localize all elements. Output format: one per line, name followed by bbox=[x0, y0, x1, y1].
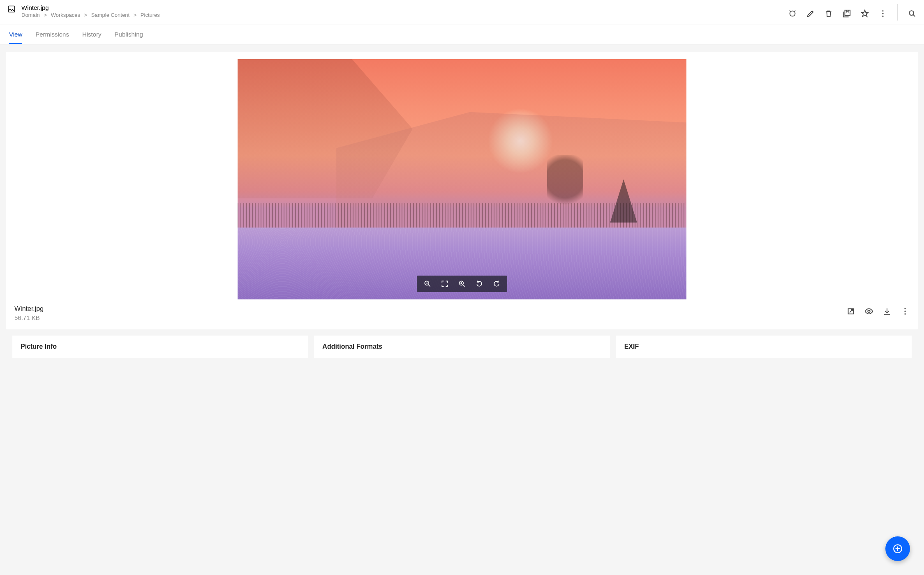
title-block: Winter.jpg Domain > Workspaces > Sample … bbox=[21, 4, 160, 18]
breadcrumb-sep: > bbox=[44, 12, 47, 18]
file-name: Winter.jpg bbox=[14, 305, 44, 313]
breadcrumb-item[interactable]: Pictures bbox=[141, 12, 160, 18]
info-panels: Picture Info Additional Formats EXIF bbox=[6, 329, 918, 364]
rotate-left-icon[interactable] bbox=[475, 280, 483, 288]
file-actions bbox=[846, 305, 910, 316]
tab-history[interactable]: History bbox=[82, 25, 102, 44]
svg-point-3 bbox=[882, 10, 883, 12]
file-meta-text: Winter.jpg 56.71 KB bbox=[14, 305, 44, 321]
svg-point-1 bbox=[790, 11, 795, 16]
breadcrumb-item[interactable]: Domain bbox=[21, 12, 40, 18]
zoom-in-icon[interactable] bbox=[458, 280, 466, 288]
breadcrumb-item[interactable]: Sample Content bbox=[91, 12, 129, 18]
panel-exif: EXIF bbox=[616, 336, 912, 358]
panel-additional-formats: Additional Formats bbox=[314, 336, 610, 358]
rotate-right-icon[interactable] bbox=[492, 280, 501, 288]
alarm-icon[interactable] bbox=[788, 9, 797, 18]
svg-point-13 bbox=[904, 313, 906, 315]
panel-title: Additional Formats bbox=[322, 343, 601, 350]
svg-rect-2 bbox=[845, 10, 850, 16]
fullscreen-icon[interactable] bbox=[441, 280, 449, 288]
viewer-controls bbox=[417, 276, 507, 292]
edit-icon[interactable] bbox=[806, 9, 815, 18]
page-title: Winter.jpg bbox=[21, 4, 160, 11]
svg-point-6 bbox=[909, 11, 914, 15]
star-icon[interactable] bbox=[860, 9, 869, 18]
page-header: Winter.jpg Domain > Workspaces > Sample … bbox=[0, 0, 924, 25]
header-actions bbox=[788, 4, 917, 21]
file-size: 56.71 KB bbox=[14, 314, 44, 321]
tab-permissions[interactable]: Permissions bbox=[35, 25, 69, 44]
download-icon[interactable] bbox=[882, 307, 892, 316]
svg-point-12 bbox=[904, 310, 906, 312]
svg-rect-0 bbox=[9, 6, 15, 12]
breadcrumb-sep: > bbox=[134, 12, 137, 18]
svg-point-5 bbox=[882, 16, 883, 17]
tab-view[interactable]: View bbox=[9, 25, 22, 44]
more-vert-icon[interactable] bbox=[878, 9, 887, 18]
zoom-out-icon[interactable] bbox=[423, 280, 432, 288]
open-in-new-icon[interactable] bbox=[846, 307, 855, 316]
image-file-icon bbox=[7, 5, 16, 13]
main-content: Winter.jpg 56.71 KB bbox=[0, 44, 924, 364]
preview-card: Winter.jpg 56.71 KB bbox=[6, 52, 918, 329]
breadcrumb-item[interactable]: Workspaces bbox=[51, 12, 80, 18]
panel-title: EXIF bbox=[624, 343, 903, 350]
breadcrumb: Domain > Workspaces > Sample Content > P… bbox=[21, 12, 160, 18]
svg-point-11 bbox=[904, 308, 906, 309]
collections-icon[interactable] bbox=[842, 9, 851, 18]
delete-icon[interactable] bbox=[824, 9, 833, 18]
search-icon[interactable] bbox=[908, 9, 917, 18]
header-left: Winter.jpg Domain > Workspaces > Sample … bbox=[7, 4, 788, 18]
eye-icon[interactable] bbox=[864, 307, 873, 316]
svg-point-10 bbox=[868, 310, 870, 313]
panel-picture-info: Picture Info bbox=[12, 336, 308, 358]
file-meta: Winter.jpg 56.71 KB bbox=[14, 299, 910, 321]
svg-point-4 bbox=[882, 13, 883, 14]
tabs: View Permissions History Publishing bbox=[0, 25, 924, 44]
panel-title: Picture Info bbox=[21, 343, 300, 350]
more-vert-icon[interactable] bbox=[901, 307, 910, 316]
image-preview[interactable] bbox=[238, 59, 686, 299]
header-divider bbox=[897, 4, 898, 21]
tab-publishing[interactable]: Publishing bbox=[115, 25, 143, 44]
breadcrumb-sep: > bbox=[84, 12, 88, 18]
